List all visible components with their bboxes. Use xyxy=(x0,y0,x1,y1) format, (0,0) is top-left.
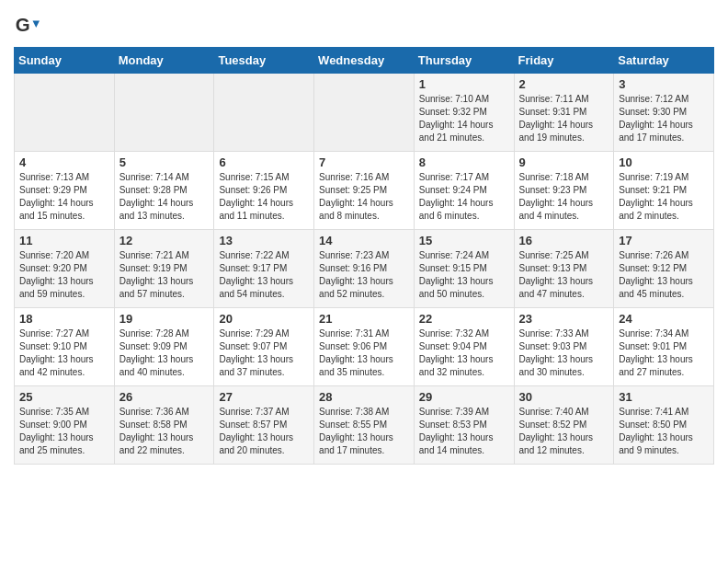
calendar-cell xyxy=(15,74,115,152)
day-number: 17 xyxy=(619,234,709,247)
calendar-cell: 26Sunrise: 7:36 AMSunset: 8:58 PMDayligh… xyxy=(114,386,214,465)
day-info: Sunrise: 7:36 AMSunset: 8:58 PMDaylight:… xyxy=(119,406,210,457)
calendar-table: SundayMondayTuesdayWednesdayThursdayFrid… xyxy=(14,47,714,465)
day-number: 13 xyxy=(219,234,309,247)
header: G xyxy=(14,9,714,40)
calendar-cell: 1Sunrise: 7:10 AMSunset: 9:32 PMDaylight… xyxy=(414,74,514,152)
logo-icon: G xyxy=(14,14,40,40)
day-number: 30 xyxy=(519,390,609,404)
calendar-cell: 20Sunrise: 7:29 AMSunset: 9:07 PMDayligh… xyxy=(214,308,314,386)
calendar-week-row: 18Sunrise: 7:27 AMSunset: 9:10 PMDayligh… xyxy=(15,308,714,386)
day-info: Sunrise: 7:22 AMSunset: 9:17 PMDaylight:… xyxy=(219,249,309,301)
day-info: Sunrise: 7:17 AMSunset: 9:24 PMDaylight:… xyxy=(419,171,509,223)
day-info: Sunrise: 7:39 AMSunset: 8:53 PMDaylight:… xyxy=(419,406,509,457)
day-info: Sunrise: 7:15 AMSunset: 9:26 PMDaylight:… xyxy=(219,171,309,223)
day-number: 2 xyxy=(519,77,609,91)
calendar-cell: 12Sunrise: 7:21 AMSunset: 9:19 PMDayligh… xyxy=(114,230,214,308)
day-info: Sunrise: 7:10 AMSunset: 9:32 PMDaylight:… xyxy=(419,93,509,144)
calendar-cell: 18Sunrise: 7:27 AMSunset: 9:10 PMDayligh… xyxy=(15,308,115,386)
day-info: Sunrise: 7:18 AMSunset: 9:23 PMDaylight:… xyxy=(519,171,609,223)
day-number: 22 xyxy=(419,312,509,326)
weekday-header: Wednesday xyxy=(314,48,415,74)
day-info: Sunrise: 7:35 AMSunset: 9:00 PMDaylight:… xyxy=(19,406,109,457)
day-number: 18 xyxy=(19,312,109,326)
day-number: 26 xyxy=(119,390,210,404)
day-number: 19 xyxy=(119,312,210,326)
day-info: Sunrise: 7:38 AMSunset: 8:55 PMDaylight:… xyxy=(319,406,409,457)
day-info: Sunrise: 7:33 AMSunset: 9:03 PMDaylight:… xyxy=(519,327,609,379)
day-number: 23 xyxy=(519,312,609,326)
day-info: Sunrise: 7:28 AMSunset: 9:09 PMDaylight:… xyxy=(119,327,210,379)
weekday-header: Monday xyxy=(114,48,214,74)
day-info: Sunrise: 7:34 AMSunset: 9:01 PMDaylight:… xyxy=(619,327,709,379)
calendar-cell: 3Sunrise: 7:12 AMSunset: 9:30 PMDaylight… xyxy=(614,74,714,152)
calendar-cell: 19Sunrise: 7:28 AMSunset: 9:09 PMDayligh… xyxy=(114,308,214,386)
calendar-cell: 16Sunrise: 7:25 AMSunset: 9:13 PMDayligh… xyxy=(514,230,614,308)
day-info: Sunrise: 7:31 AMSunset: 9:06 PMDaylight:… xyxy=(319,327,409,379)
calendar-cell: 29Sunrise: 7:39 AMSunset: 8:53 PMDayligh… xyxy=(414,386,514,465)
day-number: 4 xyxy=(19,155,109,169)
calendar-cell: 6Sunrise: 7:15 AMSunset: 9:26 PMDaylight… xyxy=(214,152,314,230)
day-number: 15 xyxy=(419,234,509,247)
calendar-cell: 15Sunrise: 7:24 AMSunset: 9:15 PMDayligh… xyxy=(414,230,514,308)
day-info: Sunrise: 7:24 AMSunset: 9:15 PMDaylight:… xyxy=(419,249,509,301)
calendar-week-row: 11Sunrise: 7:20 AMSunset: 9:20 PMDayligh… xyxy=(15,230,714,308)
calendar-cell: 9Sunrise: 7:18 AMSunset: 9:23 PMDaylight… xyxy=(514,152,614,230)
weekday-header: Sunday xyxy=(15,48,115,74)
day-number: 25 xyxy=(19,390,109,404)
day-info: Sunrise: 7:32 AMSunset: 9:04 PMDaylight:… xyxy=(419,327,509,379)
svg-marker-1 xyxy=(33,20,40,27)
calendar-cell: 8Sunrise: 7:17 AMSunset: 9:24 PMDaylight… xyxy=(414,152,514,230)
calendar-cell xyxy=(114,74,214,152)
calendar-cell: 22Sunrise: 7:32 AMSunset: 9:04 PMDayligh… xyxy=(414,308,514,386)
day-number: 16 xyxy=(519,234,609,247)
day-info: Sunrise: 7:12 AMSunset: 9:30 PMDaylight:… xyxy=(619,93,709,144)
calendar-cell: 11Sunrise: 7:20 AMSunset: 9:20 PMDayligh… xyxy=(15,230,115,308)
calendar-cell xyxy=(214,74,314,152)
day-number: 20 xyxy=(219,312,309,326)
calendar-cell: 28Sunrise: 7:38 AMSunset: 8:55 PMDayligh… xyxy=(314,386,415,465)
day-info: Sunrise: 7:21 AMSunset: 9:19 PMDaylight:… xyxy=(119,249,210,301)
day-info: Sunrise: 7:26 AMSunset: 9:12 PMDaylight:… xyxy=(619,249,709,301)
calendar-week-row: 1Sunrise: 7:10 AMSunset: 9:32 PMDaylight… xyxy=(15,74,714,152)
day-number: 3 xyxy=(619,77,709,91)
weekday-header: Thursday xyxy=(414,48,514,74)
day-number: 27 xyxy=(219,390,309,404)
day-info: Sunrise: 7:23 AMSunset: 9:16 PMDaylight:… xyxy=(319,249,409,301)
calendar-cell: 2Sunrise: 7:11 AMSunset: 9:31 PMDaylight… xyxy=(514,74,614,152)
calendar-cell: 25Sunrise: 7:35 AMSunset: 9:00 PMDayligh… xyxy=(15,386,115,465)
day-number: 21 xyxy=(319,312,409,326)
calendar-cell: 27Sunrise: 7:37 AMSunset: 8:57 PMDayligh… xyxy=(214,386,314,465)
calendar-cell: 10Sunrise: 7:19 AMSunset: 9:21 PMDayligh… xyxy=(614,152,714,230)
day-number: 31 xyxy=(619,390,709,404)
calendar-week-row: 4Sunrise: 7:13 AMSunset: 9:29 PMDaylight… xyxy=(15,152,714,230)
day-info: Sunrise: 7:19 AMSunset: 9:21 PMDaylight:… xyxy=(619,171,709,223)
logo: G xyxy=(14,14,41,40)
day-number: 7 xyxy=(319,155,409,169)
day-info: Sunrise: 7:27 AMSunset: 9:10 PMDaylight:… xyxy=(19,327,109,379)
calendar-cell: 7Sunrise: 7:16 AMSunset: 9:25 PMDaylight… xyxy=(314,152,415,230)
calendar-cell: 30Sunrise: 7:40 AMSunset: 8:52 PMDayligh… xyxy=(514,386,614,465)
calendar-cell: 21Sunrise: 7:31 AMSunset: 9:06 PMDayligh… xyxy=(314,308,415,386)
day-number: 12 xyxy=(119,234,210,247)
calendar-cell: 17Sunrise: 7:26 AMSunset: 9:12 PMDayligh… xyxy=(614,230,714,308)
calendar-week-row: 25Sunrise: 7:35 AMSunset: 9:00 PMDayligh… xyxy=(15,386,714,465)
day-info: Sunrise: 7:14 AMSunset: 9:28 PMDaylight:… xyxy=(119,171,210,223)
day-number: 29 xyxy=(419,390,509,404)
day-number: 8 xyxy=(419,155,509,169)
day-number: 14 xyxy=(319,234,409,247)
day-info: Sunrise: 7:41 AMSunset: 8:50 PMDaylight:… xyxy=(619,406,709,457)
day-number: 6 xyxy=(219,155,309,169)
calendar-cell: 4Sunrise: 7:13 AMSunset: 9:29 PMDaylight… xyxy=(15,152,115,230)
day-info: Sunrise: 7:25 AMSunset: 9:13 PMDaylight:… xyxy=(519,249,609,301)
calendar-cell xyxy=(314,74,415,152)
calendar-cell: 24Sunrise: 7:34 AMSunset: 9:01 PMDayligh… xyxy=(614,308,714,386)
weekday-header: Saturday xyxy=(614,48,714,74)
weekday-header: Friday xyxy=(514,48,614,74)
day-number: 11 xyxy=(19,234,109,247)
calendar-cell: 14Sunrise: 7:23 AMSunset: 9:16 PMDayligh… xyxy=(314,230,415,308)
calendar-cell: 13Sunrise: 7:22 AMSunset: 9:17 PMDayligh… xyxy=(214,230,314,308)
svg-text:G: G xyxy=(16,14,30,35)
header-row: SundayMondayTuesdayWednesdayThursdayFrid… xyxy=(15,48,714,74)
day-info: Sunrise: 7:40 AMSunset: 8:52 PMDaylight:… xyxy=(519,406,609,457)
